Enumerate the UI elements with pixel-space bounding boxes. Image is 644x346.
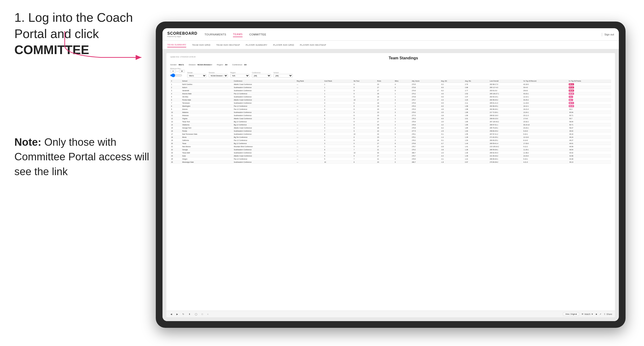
toolbar-icon2[interactable]: ↗	[600, 313, 601, 315]
step-number: 1.	[14, 10, 25, 24]
col-conference: Conference	[233, 79, 296, 83]
conference-select[interactable]: (All)	[252, 74, 271, 78]
min-rounds-control: Minimum Rou... —	[170, 68, 185, 78]
conference-filter-group: Conference (All)	[252, 72, 271, 78]
toolbar-tabs[interactable]: □	[200, 313, 204, 316]
table-row: 20 Texas Big 12 Conference — 3 9 27 8 27…	[170, 142, 611, 145]
col-vs-top50: Vs Top 50 Points	[568, 79, 611, 83]
col-school: School	[181, 79, 233, 83]
standings-table-container: # School Conference Reg Rank Conf Rank N…	[170, 79, 611, 164]
tab-player-h2h-heatmap[interactable]: PLAYER H2H HEATMAP	[300, 43, 326, 47]
tablet-screen: SCOREBOARD Powered by clippd TOURNAMENTS…	[162, 28, 619, 321]
table-row: 11 Arkansas Southeastern Conference — 6 …	[170, 114, 611, 117]
col-rnds: Rnds	[376, 79, 394, 83]
nav-tournaments[interactable]: TOURNAMENTS	[205, 32, 226, 37]
table-row: 6 Florida State Atlantic Coast Conferenc…	[170, 98, 611, 101]
tab-team-h2h-grid[interactable]: TEAM H2H GRID	[192, 43, 210, 47]
table-row: 24 Duke Atlantic Coast Conference — 5 9 …	[170, 154, 611, 158]
main-content: Update time: 27/03/2024 16:56:26 Team St…	[162, 49, 619, 321]
min-rounds-from-input[interactable]	[170, 70, 176, 72]
table-row: 2 Auburn Southeastern Conference — 1 9 2…	[170, 86, 611, 89]
note-bold: Note:	[14, 136, 41, 148]
logo-main: SCOREBOARD	[167, 31, 198, 36]
table-row: 1 North Carolina Atlantic Coast Conferen…	[170, 83, 611, 86]
table-row: 15 Georgia Tech Atlantic Coast Conferenc…	[170, 126, 611, 130]
sub-nav: TEAM SUMMARY TEAM H2H GRID TEAM H2H HEAT…	[162, 41, 619, 49]
col-avg-sg: Avg. SG	[440, 79, 464, 83]
gender-filter-display: Gender: Men's	[170, 64, 184, 66]
table-row: 21 New Mexico Mountain West Conference —…	[170, 145, 611, 148]
col-no-tour: No Tour	[353, 79, 376, 83]
share-button[interactable]: ⇧ Share	[604, 313, 612, 315]
toolbar-share-ios[interactable]: ⬇	[188, 313, 192, 316]
header-divider: |	[601, 32, 602, 37]
tab-player-h2h-grid[interactable]: PLAYER H2H GRID	[273, 43, 294, 47]
nav-committee[interactable]: COMMITTEE	[249, 32, 266, 37]
division-select[interactable]: NCAA Division I	[209, 74, 228, 78]
arrow-icon	[53, 26, 154, 65]
bottom-toolbar: ◀ ▶ ↻ ⬇ ◯ □ ○ View: Original 👁 Watch ▼	[166, 311, 615, 317]
tablet-frame: SCOREBOARD Powered by clippd TOURNAMENTS…	[156, 21, 626, 328]
view-original-button[interactable]: View: Original	[563, 312, 579, 316]
table-row: 7 Tennessee Southeastern Conference — 4 …	[170, 101, 611, 105]
update-time: Update time: 27/03/2024 16:56:26	[170, 56, 196, 58]
toolbar-refresh[interactable]: ↻	[181, 313, 186, 316]
app-header: SCOREBOARD Powered by clippd TOURNAMENTS…	[162, 28, 619, 41]
col-reg-rank: Reg Rank	[296, 79, 323, 83]
table-row: 19 California Pac-12 Conference — 4 8 24…	[170, 139, 611, 142]
toolbar-bookmark[interactable]: ◯	[194, 313, 198, 316]
toolbar-clock[interactable]: ○	[206, 313, 210, 316]
col-adj-score: Adj. Score	[411, 79, 440, 83]
tab-team-h2h-heatmap[interactable]: TEAM H2H HEATMAP	[216, 43, 240, 47]
region-filter-display: Region: All	[217, 64, 228, 66]
col-avg-rd: Avg. Rd.	[464, 79, 489, 83]
watch-button[interactable]: 👁 Watch ▼	[582, 313, 593, 315]
gender-select[interactable]: Men's	[187, 74, 206, 78]
col-vs-top25: Vs Top 25 Record	[522, 79, 568, 83]
min-rounds-to-input[interactable]	[179, 70, 185, 72]
table-row: 23 Texas A&M Southeastern Conference — 9…	[170, 151, 611, 154]
content-panel: Update time: 27/03/2024 16:56:26 Team St…	[166, 53, 615, 317]
division-filter-group: Division NCAA Division I	[209, 72, 228, 78]
school-select[interactable]: (All)	[274, 74, 293, 78]
filters-row: Gender: Men's Division: NCAA Division I …	[170, 64, 611, 66]
table-row: 9 Arizona Pac-12 Conference — 3 8 23 4 2…	[170, 108, 611, 111]
nav-teams[interactable]: TEAMS	[233, 32, 242, 37]
tab-team-summary[interactable]: TEAM SUMMARY	[167, 43, 186, 47]
table-row: 26 Mississippi State Southeastern Confer…	[170, 161, 611, 164]
share-icon: ⇧	[604, 313, 606, 315]
region-filter-group: Region N/A	[230, 72, 250, 78]
panel-title: Team Standings	[389, 56, 418, 60]
table-row: 16 Florida Southeastern Conference — 7 9…	[170, 130, 611, 133]
tab-player-summary[interactable]: PLAYER SUMMARY	[246, 43, 267, 47]
note-text: Note: Only those with Committee Portal a…	[14, 135, 154, 179]
table-row: 10 Alabama Southeastern Conference — 5 6…	[170, 111, 611, 114]
standings-table: # School Conference Reg Rank Conf Rank N…	[170, 79, 611, 164]
school-filter-group: School (All)	[274, 72, 293, 78]
table-row: 17 East Tennessee State Southeastern Con…	[170, 133, 611, 136]
region-select[interactable]: N/A	[230, 74, 250, 78]
table-row: 25 Oregon Pac-12 Conference — 5 7 21 2 2…	[170, 158, 611, 161]
col-conf-rank: Conf Rank	[323, 79, 353, 83]
table-row: 14 Oklahoma Big 12 Conference — 2 8 24 2…	[170, 123, 611, 126]
table-row: 5 Ole Miss Southeastern Conference — 3 6…	[170, 95, 611, 98]
col-wins: Wins	[394, 79, 411, 83]
toolbar-icon1[interactable]: ■	[596, 313, 597, 315]
table-row: 18 Illinois Big Ten Conference — 1 8 23 …	[170, 136, 611, 139]
col-low-overall: Low Overall	[489, 79, 522, 83]
table-row: 8 Washington Pac-12 Conference — 2 8 23 …	[170, 105, 611, 108]
eye-icon: 👁	[582, 313, 584, 315]
nav-items: TOURNAMENTS TEAMS COMMITTEE	[205, 32, 602, 37]
chevron-down-icon: ▼	[591, 313, 594, 315]
toolbar-forward[interactable]: ▶	[175, 313, 179, 316]
table-row: 13 Texas Tech Big 12 Conference — 1 9 27…	[170, 120, 611, 123]
table-row: 12 Virginia Atlantic Coast Conference — …	[170, 117, 611, 120]
scoreboard-logo: SCOREBOARD Powered by clippd	[167, 31, 198, 37]
sign-out-link[interactable]: Sign out	[604, 33, 614, 36]
min-rounds-slider[interactable]	[170, 73, 182, 77]
col-rank: #	[170, 79, 181, 83]
toolbar-right: View: Original 👁 Watch ▼ ■ ↗ ⇧ Share	[563, 312, 612, 316]
toolbar-back[interactable]: ◀	[169, 313, 173, 316]
table-row: 3 Vanderbilt Southeastern Conference — 2…	[170, 89, 611, 92]
table-row: 22 Georgia Southeastern Conference — 8 7…	[170, 148, 611, 151]
